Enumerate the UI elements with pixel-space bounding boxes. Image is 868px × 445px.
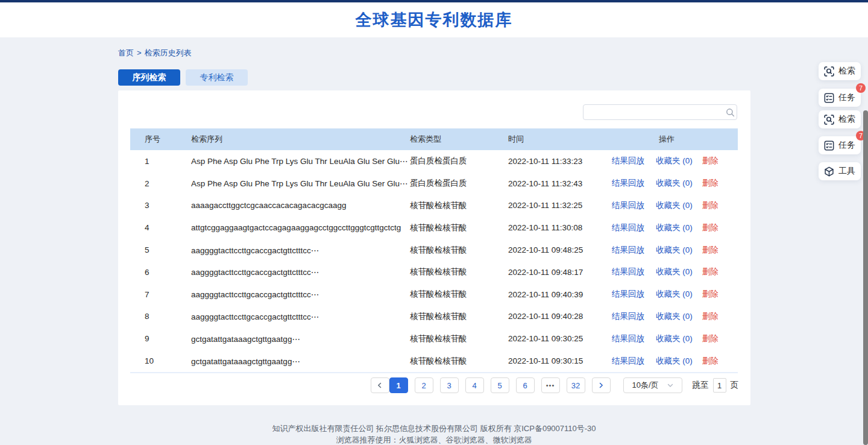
breadcrumb: 首页>检索历史列表 bbox=[118, 48, 192, 58]
side-button-任务-3[interactable]: 任务7 bbox=[819, 136, 861, 154]
replay-results-link[interactable]: 结果回放 bbox=[612, 200, 644, 211]
row-sequence: aaggggtacttccttgcaccgactgttctttcc⋯ bbox=[191, 289, 410, 299]
row-type: 核苷酸检核苷酸 bbox=[410, 289, 508, 300]
row-actions: 结果回放 收藏夹 (0) 删除 bbox=[612, 289, 738, 300]
row-type: 核苷酸检核苷酸 bbox=[410, 245, 508, 256]
side-button-工具-4[interactable]: 工具 bbox=[819, 162, 861, 180]
delete-link[interactable]: 删除 bbox=[702, 289, 719, 300]
tab-patent-search[interactable]: 专利检索 bbox=[186, 69, 248, 86]
row-type: 核苷酸检核苷酸 bbox=[410, 356, 508, 367]
side-button-检索-0[interactable]: 检索 bbox=[819, 62, 861, 80]
row-actions: 结果回放 收藏夹 (0) 删除 bbox=[612, 156, 738, 166]
pagination-page-5[interactable]: 5 bbox=[491, 377, 509, 393]
page-jump-input[interactable] bbox=[713, 378, 726, 393]
replay-results-link[interactable]: 结果回放 bbox=[612, 245, 644, 256]
table-row: 4 attgtcggaggaagtgactccagagaaggagcctggcc… bbox=[130, 216, 738, 239]
table-row: 6 aaggggtacttccttgcaccgactgttctttcc⋯ 核苷酸… bbox=[130, 261, 738, 283]
replay-results-link[interactable]: 结果回放 bbox=[612, 311, 644, 322]
footer-browsers: 浏览器推荐使用：火狐浏览器、谷歌浏览器、微软浏览器 bbox=[0, 434, 868, 445]
table-row: 3 aaaagaccttggctcgcaaccacacagacacgcaagg … bbox=[130, 195, 738, 217]
delete-link[interactable]: 删除 bbox=[702, 222, 719, 233]
favorites-link[interactable]: 收藏夹 (0) bbox=[656, 267, 693, 277]
pagination-pages: 123456•••32 bbox=[389, 377, 585, 393]
pagination-page-6[interactable]: 6 bbox=[516, 377, 535, 393]
history-table: 序号 检索序列 检索类型 时间 操作 1 Asp Phe Asp Glu Phe… bbox=[130, 128, 738, 373]
row-type: 核苷酸检核苷酸 bbox=[410, 200, 508, 211]
favorites-link[interactable]: 收藏夹 (0) bbox=[656, 156, 693, 166]
search-icon[interactable] bbox=[723, 108, 737, 117]
row-type: 核苷酸检核苷酸 bbox=[410, 333, 508, 344]
scrollbar-thumb[interactable] bbox=[863, 110, 868, 445]
row-actions: 结果回放 收藏夹 (0) 删除 bbox=[612, 200, 738, 211]
row-actions: 结果回放 收藏夹 (0) 删除 bbox=[612, 333, 738, 344]
toolbox-icon bbox=[824, 166, 834, 177]
pagination-more-icon[interactable]: ••• bbox=[541, 377, 560, 393]
side-button-任务-1[interactable]: 任务7 bbox=[819, 89, 861, 107]
pagination: 123456•••32 10条/页 跳至 页 bbox=[371, 377, 739, 393]
row-index: 1 bbox=[130, 157, 191, 166]
search-mode-tabs: 序列检索 专利检索 bbox=[118, 69, 248, 86]
pagination-next-icon[interactable] bbox=[592, 377, 611, 393]
pagination-page-3[interactable]: 3 bbox=[440, 377, 459, 393]
row-actions: 结果回放 收藏夹 (0) 删除 bbox=[612, 311, 738, 322]
replay-results-link[interactable]: 结果回放 bbox=[612, 222, 644, 233]
replay-results-link[interactable]: 结果回放 bbox=[612, 289, 644, 300]
delete-link[interactable]: 删除 bbox=[702, 333, 719, 344]
table-row: 5 aaggggtacttccttgcaccgactgttctttcc⋯ 核苷酸… bbox=[130, 239, 738, 261]
pagination-page-1[interactable]: 1 bbox=[389, 377, 408, 393]
pagination-page-2[interactable]: 2 bbox=[415, 377, 433, 393]
pagination-page-32[interactable]: 32 bbox=[567, 377, 585, 393]
favorites-link[interactable]: 收藏夹 (0) bbox=[656, 356, 693, 367]
row-actions: 结果回放 收藏夹 (0) 删除 bbox=[612, 267, 738, 277]
row-type: 核苷酸检核苷酸 bbox=[410, 267, 508, 277]
favorites-link[interactable]: 收藏夹 (0) bbox=[656, 245, 693, 256]
pagination-page-4[interactable]: 4 bbox=[465, 377, 484, 393]
page-size-select[interactable]: 10条/页 bbox=[623, 377, 682, 393]
table-row: 8 aaggggtacttccttgcaccgactgttctttcc⋯ 核苷酸… bbox=[130, 306, 738, 328]
row-index: 9 bbox=[130, 334, 191, 343]
row-sequence: gctgatattgataaagctgttgaatgg⋯ bbox=[191, 334, 410, 344]
breadcrumb-current: 检索历史列表 bbox=[145, 48, 192, 57]
replay-results-link[interactable]: 结果回放 bbox=[612, 333, 644, 344]
table-row: 9 gctgatattgataaagctgttgaatgg⋯ 核苷酸检核苷酸 2… bbox=[130, 327, 738, 350]
row-index: 2 bbox=[130, 179, 191, 188]
delete-link[interactable]: 删除 bbox=[702, 267, 719, 277]
row-time: 2022-10-11 11:32:25 bbox=[508, 201, 612, 210]
task-list-icon bbox=[824, 140, 834, 151]
delete-link[interactable]: 删除 bbox=[702, 178, 719, 189]
replay-results-link[interactable]: 结果回放 bbox=[612, 356, 644, 367]
replay-results-link[interactable]: 结果回放 bbox=[612, 178, 644, 189]
notification-badge: 7 bbox=[856, 83, 866, 93]
tab-sequence-search[interactable]: 序列检索 bbox=[118, 69, 180, 86]
favorites-link[interactable]: 收藏夹 (0) bbox=[656, 178, 693, 189]
favorites-link[interactable]: 收藏夹 (0) bbox=[656, 289, 693, 300]
row-time: 2022-10-11 09:40:28 bbox=[508, 312, 612, 321]
delete-link[interactable]: 删除 bbox=[702, 156, 719, 166]
breadcrumb-home-link[interactable]: 首页 bbox=[118, 48, 134, 57]
pagination-prev-icon[interactable] bbox=[371, 377, 389, 393]
scan-search-icon bbox=[824, 66, 834, 77]
table-row: 7 aaggggtacttccttgcaccgactgttctttcc⋯ 核苷酸… bbox=[130, 283, 738, 306]
favorites-link[interactable]: 收藏夹 (0) bbox=[656, 311, 693, 322]
favorites-link[interactable]: 收藏夹 (0) bbox=[656, 200, 693, 211]
replay-results-link[interactable]: 结果回放 bbox=[612, 267, 644, 277]
row-sequence: gctgatattgataaagctgttgaatgg⋯ bbox=[191, 356, 410, 366]
scan-search-icon bbox=[824, 115, 834, 125]
table-row: 10 gctgatattgataaagctgttgaatgg⋯ 核苷酸检核苷酸 … bbox=[130, 350, 738, 372]
row-sequence: Asp Phe Asp Glu Phe Trp Lys Glu Thr LeuA… bbox=[191, 156, 410, 166]
favorites-link[interactable]: 收藏夹 (0) bbox=[656, 333, 693, 344]
delete-link[interactable]: 删除 bbox=[702, 356, 719, 367]
row-time: 2022-10-11 09:48:25 bbox=[508, 245, 612, 254]
delete-link[interactable]: 删除 bbox=[702, 245, 719, 256]
delete-link[interactable]: 删除 bbox=[702, 311, 719, 322]
delete-link[interactable]: 删除 bbox=[702, 200, 719, 211]
app-header: 全球基因专利数据库 bbox=[0, 2, 868, 37]
side-button-检索-2[interactable]: 检索 bbox=[819, 110, 861, 128]
row-sequence: aaaagaccttggctcgcaaccacacagacacgcaagg bbox=[191, 201, 410, 210]
search-input[interactable] bbox=[583, 106, 723, 119]
page-jump-suffix: 页 bbox=[731, 380, 739, 391]
side-button-label: 任务 bbox=[838, 92, 855, 103]
replay-results-link[interactable]: 结果回放 bbox=[612, 156, 644, 166]
col-header-sequence: 检索序列 bbox=[191, 134, 410, 145]
favorites-link[interactable]: 收藏夹 (0) bbox=[656, 222, 693, 233]
